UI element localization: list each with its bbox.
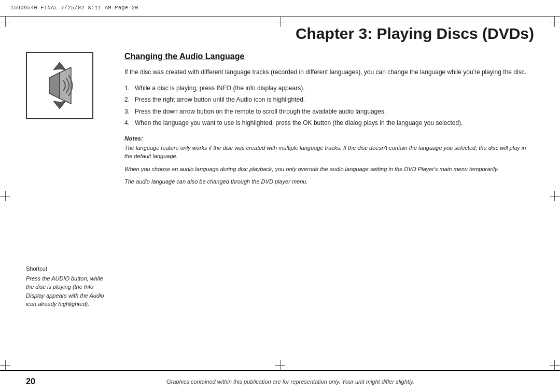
reg-mark-bottom-right <box>550 360 560 370</box>
reg-mark-bottom-left <box>0 360 10 370</box>
svg-marker-2 <box>49 73 60 99</box>
chapter-title: Chapter 3: Playing Discs (DVDs) <box>296 25 534 43</box>
svg-marker-1 <box>53 101 66 109</box>
shortcut-text: Press the AUDIO button, while the disc i… <box>26 275 104 307</box>
note-1: The language feature only works if the d… <box>124 144 534 161</box>
svg-marker-0 <box>53 62 66 70</box>
step-4-text: When the language you want to use is hig… <box>135 118 463 128</box>
left-column: Shortcut Press the AUDIO button, while t… <box>26 52 119 351</box>
step-3-text: Press the down arrow button on the remot… <box>135 107 386 117</box>
speaker-icon-box <box>26 52 93 119</box>
step-1: 1. While a disc is playing, press INFO (… <box>124 83 534 93</box>
reg-mark-top-right <box>550 17 560 27</box>
page: 15909540 FINAL 7/25/02 8:11 AM Page 20 C… <box>0 0 560 392</box>
note-3: The audio language can also be changed t… <box>124 177 534 186</box>
step-2: 2. Press the right arrow button until th… <box>124 95 534 105</box>
cross-mark-top-center <box>275 17 285 27</box>
speaker-icon <box>34 60 86 111</box>
content-area: Shortcut Press the AUDIO button, while t… <box>26 52 534 351</box>
cross-mark-right-center <box>550 191 560 201</box>
cross-mark-bottom-center <box>275 360 285 370</box>
header-bar: 15909540 FINAL 7/25/02 8:11 AM Page 20 <box>0 0 560 17</box>
reg-mark-top-left <box>0 17 10 27</box>
right-column: Changing the Audio Language If the disc … <box>119 52 534 351</box>
shortcut-block: Shortcut Press the AUDIO button, while t… <box>26 264 109 309</box>
shortcut-label: Shortcut <box>26 264 109 273</box>
notes-label: Notes: <box>124 135 534 142</box>
footer-text: Graphics contained within this publicati… <box>47 379 534 385</box>
step-1-text: While a disc is playing, press INFO (the… <box>135 83 304 93</box>
intro-paragraph: If the disc was created with different l… <box>124 67 534 77</box>
footer: 20 Graphics contained within this public… <box>0 370 560 392</box>
note-2: When you choose an audio language during… <box>124 165 534 174</box>
section-heading: Changing the Audio Language <box>124 52 534 61</box>
step-4: 4. When the language you want to use is … <box>124 118 534 128</box>
step-2-text: Press the right arrow button until the A… <box>135 95 305 105</box>
step-3: 3. Press the down arrow button on the re… <box>124 107 534 117</box>
steps-list: 1. While a disc is playing, press INFO (… <box>124 83 534 128</box>
cross-mark-left-center <box>0 191 10 201</box>
page-number: 20 <box>26 377 47 386</box>
header-meta: 15909540 FINAL 7/25/02 8:11 AM Page 20 <box>10 5 138 11</box>
